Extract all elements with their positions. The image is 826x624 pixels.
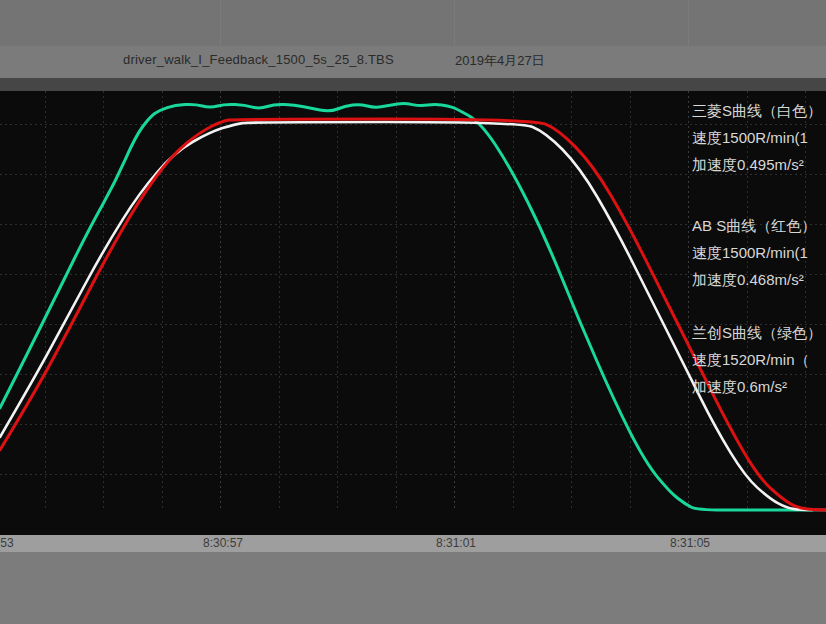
legend-speed: 速度1520R/min（ [692,346,822,373]
legend-title: AB S曲线（红色） [692,212,816,239]
x-tick-label: 8:31:05 [670,536,710,550]
legend-title: 兰创S曲线（绿色） [692,319,822,346]
footer-area [0,552,826,624]
header-bar: driver_walk_I_Feedback_1500_5s_25_8.TBS … [0,0,826,78]
legend-mitsubishi: 三菱S曲线（白色） 速度1500R/min(1 加速度0.495m/s² [692,97,822,178]
legend-accel: 加速度0.495m/s² [692,151,822,178]
app-window: { "header": { "filename": "driver_walk_I… [0,0,826,624]
legend-speed: 速度1500R/min(1 [692,124,822,151]
legend-lanchuang: 兰创S曲线（绿色） 速度1520R/min（ 加速度0.6m/s² [692,319,822,400]
series-line-白色 [0,122,826,510]
legend-title: 三菱S曲线（白色） [692,97,822,124]
header-separator-band [0,78,826,91]
series-line-绿色 [0,104,812,510]
legend-ab: AB S曲线（红色） 速度1500R/min(1 加速度0.468m/s² [692,212,816,293]
x-tick-label: 53 [0,536,13,550]
x-tick-label: 8:31:01 [436,536,476,550]
legend-speed: 速度1500R/min(1 [692,239,816,266]
x-tick-label: 8:30:57 [203,536,243,550]
chart-plot-area[interactable]: 三菱S曲线（白色） 速度1500R/min(1 加速度0.495m/s² AB … [0,91,826,535]
record-date: 2019年4月27日 [455,52,545,70]
x-axis-strip: 53 8:30:57 8:31:01 8:31:05 [0,535,826,552]
legend-accel: 加速度0.468m/s² [692,266,816,293]
file-title: driver_walk_I_Feedback_1500_5s_25_8.TBS [123,52,394,67]
title-row: driver_walk_I_Feedback_1500_5s_25_8.TBS … [0,46,826,78]
legend-accel: 加速度0.6m/s² [692,373,822,400]
